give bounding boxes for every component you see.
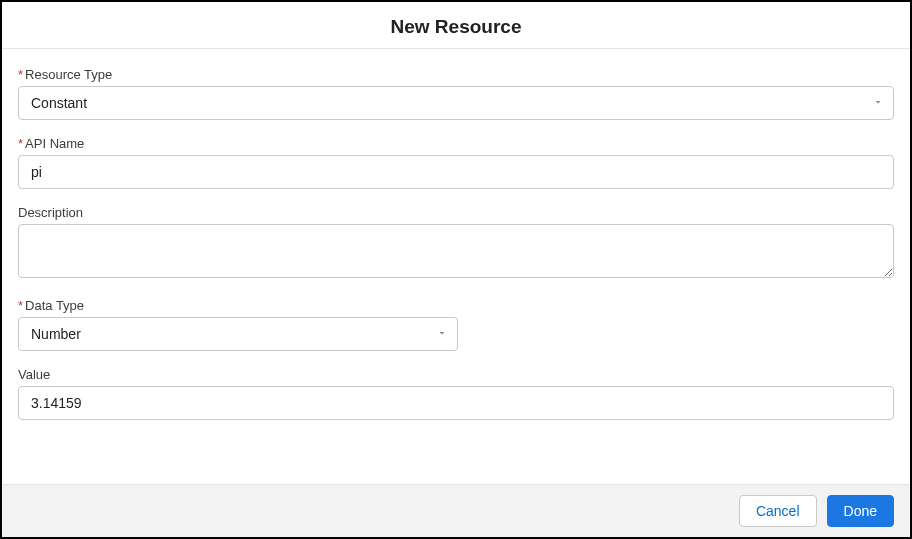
description-label: Description [18,205,894,220]
field-value: Value [18,367,894,420]
api-name-input[interactable] [18,155,894,189]
api-name-label: API Name [18,136,894,151]
dialog-title: New Resource [2,16,910,38]
field-api-name: API Name [18,136,894,189]
done-button[interactable]: Done [827,495,894,527]
cancel-button[interactable]: Cancel [739,495,817,527]
resource-type-label: Resource Type [18,67,894,82]
value-input[interactable] [18,386,894,420]
dialog-footer: Cancel Done [2,484,910,537]
field-resource-type: Resource Type Constant [18,67,894,120]
resource-type-value: Constant [31,95,87,111]
data-type-select[interactable]: Number [18,317,458,351]
resource-type-select[interactable]: Constant [18,86,894,120]
dialog-header: New Resource [2,2,910,49]
data-type-value: Number [31,326,81,342]
description-textarea[interactable] [18,224,894,278]
data-type-label: Data Type [18,298,894,313]
value-label: Value [18,367,894,382]
field-description: Description [18,205,894,282]
dialog-body: Resource Type Constant API Name Descript… [2,49,910,484]
field-data-type: Data Type Number [18,298,894,351]
